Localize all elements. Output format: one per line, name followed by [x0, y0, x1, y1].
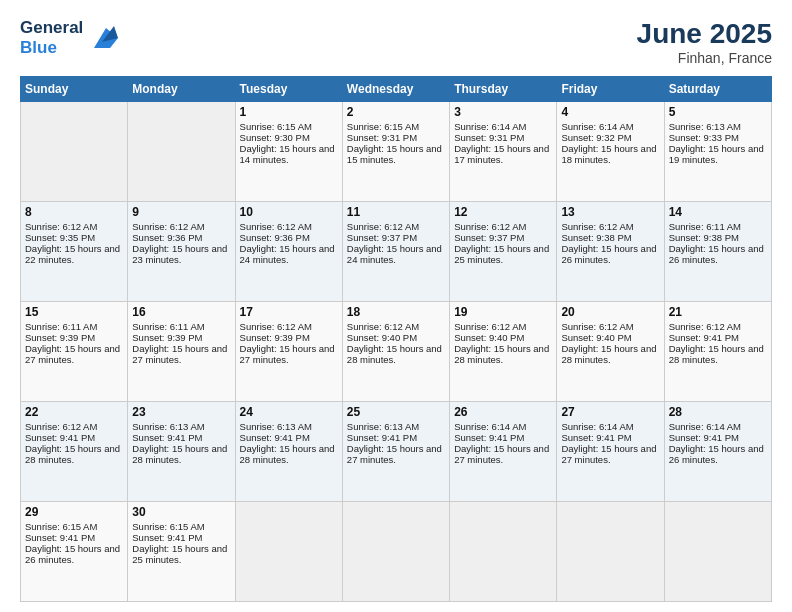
calendar-day-cell: 3Sunrise: 6:14 AMSunset: 9:31 PMDaylight…	[450, 102, 557, 202]
day-number: 12	[454, 205, 552, 219]
header: GeneralBlue June 2025 Finhan, France	[20, 18, 772, 66]
calendar-day-cell: 26Sunrise: 6:14 AMSunset: 9:41 PMDayligh…	[450, 402, 557, 502]
daylight-text: Daylight: 15 hours and 28 minutes.	[669, 343, 764, 365]
day-number: 10	[240, 205, 338, 219]
calendar-day-cell: 18Sunrise: 6:12 AMSunset: 9:40 PMDayligh…	[342, 302, 449, 402]
sunrise-text: Sunrise: 6:12 AM	[454, 221, 526, 232]
logo: GeneralBlue	[20, 18, 118, 57]
weekday-header: Thursday	[450, 77, 557, 102]
day-number: 15	[25, 305, 123, 319]
sunrise-text: Sunrise: 6:14 AM	[561, 121, 633, 132]
sunset-text: Sunset: 9:39 PM	[25, 332, 95, 343]
calendar-week-row: 22Sunrise: 6:12 AMSunset: 9:41 PMDayligh…	[21, 402, 772, 502]
calendar-day-cell: 27Sunrise: 6:14 AMSunset: 9:41 PMDayligh…	[557, 402, 664, 502]
sunrise-text: Sunrise: 6:11 AM	[669, 221, 741, 232]
sunset-text: Sunset: 9:32 PM	[561, 132, 631, 143]
location: Finhan, France	[637, 50, 772, 66]
sunset-text: Sunset: 9:41 PM	[132, 532, 202, 543]
daylight-text: Daylight: 15 hours and 14 minutes.	[240, 143, 335, 165]
sunset-text: Sunset: 9:41 PM	[132, 432, 202, 443]
calendar-day-cell: 25Sunrise: 6:13 AMSunset: 9:41 PMDayligh…	[342, 402, 449, 502]
calendar-day-cell	[450, 502, 557, 602]
daylight-text: Daylight: 15 hours and 25 minutes.	[132, 543, 227, 565]
calendar-day-cell	[21, 102, 128, 202]
sunrise-text: Sunrise: 6:14 AM	[669, 421, 741, 432]
sunrise-text: Sunrise: 6:12 AM	[240, 221, 312, 232]
calendar-day-cell: 22Sunrise: 6:12 AMSunset: 9:41 PMDayligh…	[21, 402, 128, 502]
day-number: 3	[454, 105, 552, 119]
daylight-text: Daylight: 15 hours and 27 minutes.	[454, 443, 549, 465]
daylight-text: Daylight: 15 hours and 22 minutes.	[25, 243, 120, 265]
day-number: 1	[240, 105, 338, 119]
sunrise-text: Sunrise: 6:12 AM	[347, 221, 419, 232]
day-number: 28	[669, 405, 767, 419]
weekday-header: Saturday	[664, 77, 771, 102]
sunset-text: Sunset: 9:41 PM	[561, 432, 631, 443]
calendar-day-cell	[664, 502, 771, 602]
daylight-text: Daylight: 15 hours and 28 minutes.	[132, 443, 227, 465]
calendar-header-row: SundayMondayTuesdayWednesdayThursdayFrid…	[21, 77, 772, 102]
calendar-day-cell: 29Sunrise: 6:15 AMSunset: 9:41 PMDayligh…	[21, 502, 128, 602]
daylight-text: Daylight: 15 hours and 27 minutes.	[25, 343, 120, 365]
calendar-day-cell: 14Sunrise: 6:11 AMSunset: 9:38 PMDayligh…	[664, 202, 771, 302]
day-number: 9	[132, 205, 230, 219]
sunrise-text: Sunrise: 6:12 AM	[561, 221, 633, 232]
sunset-text: Sunset: 9:38 PM	[669, 232, 739, 243]
day-number: 5	[669, 105, 767, 119]
calendar-day-cell: 15Sunrise: 6:11 AMSunset: 9:39 PMDayligh…	[21, 302, 128, 402]
daylight-text: Daylight: 15 hours and 27 minutes.	[240, 343, 335, 365]
sunrise-text: Sunrise: 6:15 AM	[132, 521, 204, 532]
sunset-text: Sunset: 9:40 PM	[454, 332, 524, 343]
day-number: 13	[561, 205, 659, 219]
calendar-day-cell: 10Sunrise: 6:12 AMSunset: 9:36 PMDayligh…	[235, 202, 342, 302]
daylight-text: Daylight: 15 hours and 26 minutes.	[669, 443, 764, 465]
sunrise-text: Sunrise: 6:13 AM	[132, 421, 204, 432]
sunrise-text: Sunrise: 6:12 AM	[25, 221, 97, 232]
calendar-day-cell: 30Sunrise: 6:15 AMSunset: 9:41 PMDayligh…	[128, 502, 235, 602]
sunrise-text: Sunrise: 6:14 AM	[454, 421, 526, 432]
calendar-week-row: 15Sunrise: 6:11 AMSunset: 9:39 PMDayligh…	[21, 302, 772, 402]
calendar-day-cell: 2Sunrise: 6:15 AMSunset: 9:31 PMDaylight…	[342, 102, 449, 202]
daylight-text: Daylight: 15 hours and 28 minutes.	[25, 443, 120, 465]
calendar-day-cell: 16Sunrise: 6:11 AMSunset: 9:39 PMDayligh…	[128, 302, 235, 402]
calendar-week-row: 8Sunrise: 6:12 AMSunset: 9:35 PMDaylight…	[21, 202, 772, 302]
day-number: 17	[240, 305, 338, 319]
day-number: 14	[669, 205, 767, 219]
calendar-day-cell: 12Sunrise: 6:12 AMSunset: 9:37 PMDayligh…	[450, 202, 557, 302]
calendar-day-cell: 8Sunrise: 6:12 AMSunset: 9:35 PMDaylight…	[21, 202, 128, 302]
logo-text: GeneralBlue	[20, 18, 83, 57]
calendar-day-cell: 19Sunrise: 6:12 AMSunset: 9:40 PMDayligh…	[450, 302, 557, 402]
sunrise-text: Sunrise: 6:12 AM	[347, 321, 419, 332]
calendar-day-cell: 9Sunrise: 6:12 AMSunset: 9:36 PMDaylight…	[128, 202, 235, 302]
daylight-text: Daylight: 15 hours and 26 minutes.	[25, 543, 120, 565]
calendar-day-cell: 28Sunrise: 6:14 AMSunset: 9:41 PMDayligh…	[664, 402, 771, 502]
sunset-text: Sunset: 9:40 PM	[347, 332, 417, 343]
sunset-text: Sunset: 9:39 PM	[240, 332, 310, 343]
weekday-header: Tuesday	[235, 77, 342, 102]
weekday-header: Monday	[128, 77, 235, 102]
daylight-text: Daylight: 15 hours and 26 minutes.	[561, 243, 656, 265]
daylight-text: Daylight: 15 hours and 25 minutes.	[454, 243, 549, 265]
calendar-day-cell: 23Sunrise: 6:13 AMSunset: 9:41 PMDayligh…	[128, 402, 235, 502]
sunset-text: Sunset: 9:31 PM	[347, 132, 417, 143]
weekday-header: Friday	[557, 77, 664, 102]
calendar-day-cell: 17Sunrise: 6:12 AMSunset: 9:39 PMDayligh…	[235, 302, 342, 402]
calendar-day-cell: 4Sunrise: 6:14 AMSunset: 9:32 PMDaylight…	[557, 102, 664, 202]
daylight-text: Daylight: 15 hours and 26 minutes.	[669, 243, 764, 265]
day-number: 24	[240, 405, 338, 419]
day-number: 30	[132, 505, 230, 519]
day-number: 4	[561, 105, 659, 119]
sunset-text: Sunset: 9:41 PM	[454, 432, 524, 443]
sunrise-text: Sunrise: 6:11 AM	[132, 321, 204, 332]
calendar-week-row: 29Sunrise: 6:15 AMSunset: 9:41 PMDayligh…	[21, 502, 772, 602]
day-number: 29	[25, 505, 123, 519]
daylight-text: Daylight: 15 hours and 18 minutes.	[561, 143, 656, 165]
calendar-day-cell: 1Sunrise: 6:15 AMSunset: 9:30 PMDaylight…	[235, 102, 342, 202]
daylight-text: Daylight: 15 hours and 19 minutes.	[669, 143, 764, 165]
sunset-text: Sunset: 9:37 PM	[347, 232, 417, 243]
day-number: 18	[347, 305, 445, 319]
daylight-text: Daylight: 15 hours and 24 minutes.	[347, 243, 442, 265]
day-number: 27	[561, 405, 659, 419]
calendar-table: SundayMondayTuesdayWednesdayThursdayFrid…	[20, 76, 772, 602]
daylight-text: Daylight: 15 hours and 24 minutes.	[240, 243, 335, 265]
